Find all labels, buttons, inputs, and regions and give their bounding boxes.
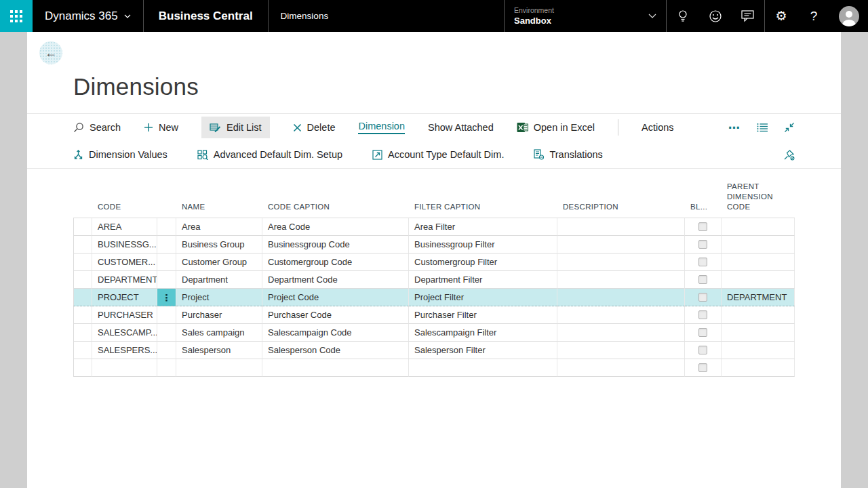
cell-blocked[interactable]: [685, 324, 722, 342]
cell-code[interactable]: [92, 359, 157, 377]
cell-parent-dimension-code[interactable]: [722, 253, 795, 271]
cell-blocked[interactable]: [685, 359, 722, 377]
cell-parent-dimension-code[interactable]: [722, 359, 795, 377]
cell-code[interactable]: PURCHASER: [92, 306, 157, 324]
cell-code-caption[interactable]: Project Code: [262, 289, 409, 306]
collapse-view-button[interactable]: [784, 122, 795, 133]
cell-select[interactable]: [73, 236, 92, 253]
cell-blocked[interactable]: [685, 342, 722, 359]
cell-row-options[interactable]: [157, 253, 176, 271]
cell-code[interactable]: CUSTOMER...: [92, 253, 157, 271]
table-row[interactable]: PURCHASERPurchaserPurchaser CodePurchase…: [73, 306, 795, 324]
cell-code-caption[interactable]: Businessgroup Code: [262, 236, 409, 253]
settings-button[interactable]: ⚙: [765, 0, 797, 32]
cell-name[interactable]: Area: [176, 218, 262, 236]
cell-description[interactable]: [557, 236, 685, 253]
cell-description[interactable]: [557, 324, 685, 342]
cell-code[interactable]: PROJECT: [92, 289, 157, 306]
help-button[interactable]: ?: [797, 0, 830, 32]
dynamics-365-menu[interactable]: Dynamics 365: [33, 0, 143, 32]
cell-code[interactable]: SALESCAMP...: [92, 324, 157, 342]
cell-row-options[interactable]: [157, 306, 176, 324]
cell-filter-caption[interactable]: Purchaser Filter: [409, 306, 557, 324]
blocked-checkbox[interactable]: [698, 222, 707, 231]
cell-filter-caption[interactable]: Department Filter: [409, 271, 557, 289]
blocked-checkbox[interactable]: [698, 328, 707, 337]
cell-code-caption[interactable]: Purchaser Code: [262, 306, 409, 324]
blocked-checkbox[interactable]: [698, 363, 707, 372]
cell-row-options[interactable]: [157, 359, 176, 377]
delete-button[interactable]: Delete: [293, 122, 336, 133]
table-row[interactable]: AREAAreaArea CodeArea Filter: [73, 218, 795, 236]
cell-description[interactable]: [557, 253, 685, 271]
cell-blocked[interactable]: [685, 253, 722, 271]
cell-name[interactable]: Business Group: [176, 236, 262, 253]
cell-blocked[interactable]: [685, 236, 722, 253]
cell-code[interactable]: AREA: [92, 218, 157, 236]
environment-selector[interactable]: Environment Sandbox: [504, 0, 667, 32]
cell-select[interactable]: [73, 271, 92, 289]
cell-blocked[interactable]: [685, 271, 722, 289]
cell-select[interactable]: [73, 324, 92, 342]
feedback-smiley-button[interactable]: [699, 0, 732, 32]
show-attached-button[interactable]: Show Attached: [428, 122, 494, 133]
cell-parent-dimension-code[interactable]: [722, 306, 795, 324]
cell-filter-caption[interactable]: Area Filter: [409, 218, 557, 236]
cell-parent-dimension-code[interactable]: [722, 236, 795, 253]
table-row[interactable]: PROJECT⋮ProjectProject CodeProject Filte…: [73, 289, 795, 306]
cell-code-caption[interactable]: Salescampaign Code: [262, 324, 409, 342]
cell-description[interactable]: [557, 306, 685, 324]
cell-name[interactable]: Purchaser: [176, 306, 262, 324]
cell-row-options[interactable]: [157, 218, 176, 236]
cell-row-options[interactable]: ⋮: [157, 289, 176, 306]
cell-parent-dimension-code[interactable]: [722, 342, 795, 359]
cell-select[interactable]: [73, 342, 92, 359]
cell-select[interactable]: [73, 253, 92, 271]
cell-parent-dimension-code[interactable]: [722, 324, 795, 342]
cell-parent-dimension-code[interactable]: [722, 271, 795, 289]
cell-name[interactable]: Project: [176, 289, 262, 306]
feedback-comment-button[interactable]: [732, 0, 764, 32]
cell-description[interactable]: [557, 218, 685, 236]
cell-select[interactable]: [73, 289, 92, 306]
column-header-code-caption[interactable]: CODE CAPTION: [262, 202, 409, 218]
cell-parent-dimension-code[interactable]: [722, 218, 795, 236]
cell-code[interactable]: DEPARTMENT: [92, 271, 157, 289]
cell-row-options[interactable]: [157, 271, 176, 289]
column-header-code[interactable]: CODE: [92, 202, 157, 218]
cell-blocked[interactable]: [685, 218, 722, 236]
list-view-button[interactable]: [757, 123, 768, 132]
cell-code-caption[interactable]: Department Code: [262, 271, 409, 289]
account-button[interactable]: [830, 0, 868, 32]
blocked-checkbox[interactable]: [698, 293, 707, 302]
cell-name[interactable]: Department: [176, 271, 262, 289]
unpin-icon[interactable]: [783, 149, 795, 161]
table-row[interactable]: BUSINESSG...Business GroupBusinessgroup …: [73, 236, 795, 253]
cell-code-caption[interactable]: Customergroup Code: [262, 253, 409, 271]
cell-code-caption[interactable]: Salesperson Code: [262, 342, 409, 359]
blocked-checkbox[interactable]: [698, 275, 707, 284]
cell-description[interactable]: [557, 289, 685, 306]
table-row[interactable]: DEPARTMENTDepartmentDepartment CodeDepar…: [73, 271, 795, 289]
cell-parent-dimension-code[interactable]: DEPARTMENT: [722, 289, 795, 306]
cell-name[interactable]: Salesperson: [176, 342, 262, 359]
cell-description[interactable]: [557, 342, 685, 359]
column-header-filter-caption[interactable]: FILTER CAPTION: [409, 202, 557, 218]
column-header-name[interactable]: NAME: [176, 202, 262, 218]
translations-button[interactable]: Translations: [534, 149, 602, 160]
cell-row-options[interactable]: [157, 342, 176, 359]
cell-code-caption[interactable]: [262, 359, 409, 377]
cell-filter-caption[interactable]: Salescampaign Filter: [409, 324, 557, 342]
tell-me-button[interactable]: [667, 0, 699, 32]
blocked-checkbox[interactable]: [698, 310, 707, 319]
column-header-description[interactable]: DESCRIPTION: [557, 202, 685, 218]
column-header-parent-dimension-code[interactable]: PARENT DIMENSION CODE: [722, 182, 795, 218]
cell-row-options[interactable]: [157, 324, 176, 342]
row-options-button[interactable]: ⋮: [162, 293, 172, 302]
cell-description[interactable]: [557, 271, 685, 289]
cell-select[interactable]: [73, 218, 92, 236]
table-row[interactable]: [73, 359, 795, 377]
blocked-checkbox[interactable]: [698, 346, 707, 354]
cell-code-caption[interactable]: Area Code: [262, 218, 409, 236]
open-in-excel-button[interactable]: Open in Excel: [517, 122, 595, 133]
